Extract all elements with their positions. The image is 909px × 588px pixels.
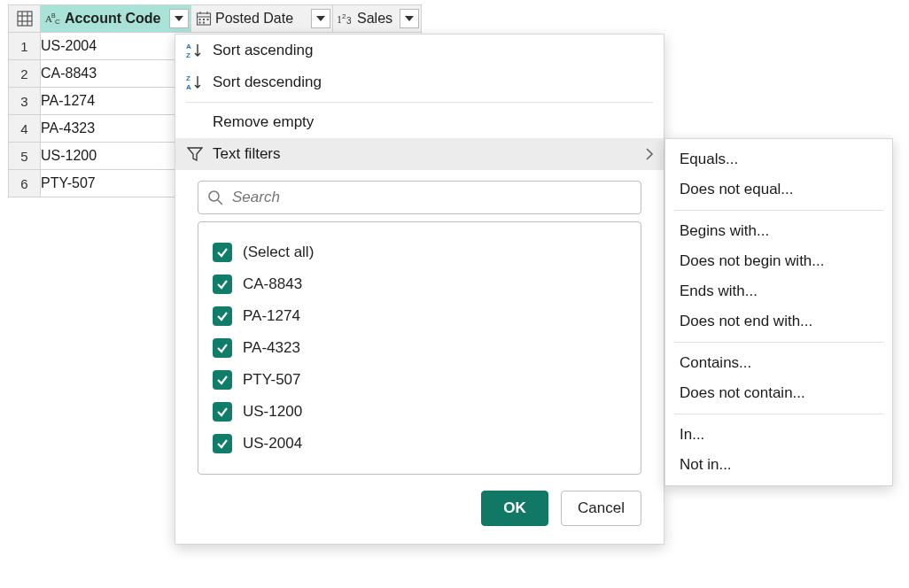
filter-value-item[interactable]: PA-4323 [213, 332, 626, 364]
ok-button[interactable]: OK [481, 491, 548, 526]
sort-ascending-icon: AZ [186, 42, 204, 59]
select-all-item[interactable]: (Select all) [213, 236, 626, 268]
filter-does-not-equal-item[interactable]: Does not equal... [665, 174, 892, 205]
svg-rect-16 [203, 22, 205, 24]
checkbox-checked-icon [213, 243, 232, 262]
filter-search-box[interactable] [198, 181, 641, 214]
menu-separator [186, 102, 653, 103]
filter-values-list: (Select all) CA-8843 PA-1274 PA-4323 PTY… [198, 221, 641, 475]
checkbox-label: PTY-507 [243, 371, 301, 389]
svg-line-25 [218, 200, 222, 205]
svg-text:Z: Z [186, 74, 190, 82]
filter-in-item[interactable]: In... [665, 420, 892, 450]
number-type-icon: 123 [336, 11, 355, 27]
svg-rect-14 [207, 19, 209, 20]
text-type-icon: ABC [43, 11, 63, 27]
checkbox-checked-icon [213, 275, 232, 294]
svg-text:C: C [55, 18, 60, 26]
menu-label: Sort ascending [213, 42, 653, 59]
column-label: Account Code [65, 11, 167, 27]
filter-equals-item[interactable]: Equals... [665, 144, 892, 174]
checkbox-label: US-2004 [243, 435, 302, 453]
menu-label: Sort descending [213, 74, 653, 91]
row-number: 6 [9, 170, 41, 197]
menu-label: Text filters [213, 145, 637, 163]
filter-does-not-contain-item[interactable]: Does not contain... [665, 378, 892, 408]
column-label: Sales [357, 11, 398, 27]
table-icon [17, 11, 33, 27]
filter-value-item[interactable]: US-2004 [213, 428, 626, 460]
filter-value-item[interactable]: CA-8843 [213, 268, 626, 300]
filter-value-item[interactable]: PA-1274 [213, 300, 626, 332]
filter-value-item[interactable]: US-1200 [213, 396, 626, 428]
checkbox-checked-icon [213, 338, 232, 358]
column-filter-button[interactable] [311, 9, 330, 28]
table-corner-button[interactable] [9, 5, 41, 33]
checkbox-label: PA-4323 [243, 339, 300, 357]
row-number: 1 [9, 33, 41, 60]
checkbox-checked-icon [213, 434, 232, 453]
search-icon [207, 190, 223, 205]
filter-does-not-begin-with-item[interactable]: Does not begin with... [665, 246, 892, 276]
checkbox-checked-icon [213, 402, 232, 422]
column-filter-button[interactable] [169, 9, 189, 28]
text-filters-submenu: Equals... Does not equal... Begins with.… [664, 138, 893, 486]
checkbox-label: US-1200 [243, 403, 302, 421]
column-header-posted-date[interactable]: Posted Date [191, 5, 333, 33]
filter-not-in-item[interactable]: Not in... [665, 450, 892, 480]
checkbox-label: (Select all) [243, 244, 314, 261]
menu-label: Remove empty [213, 113, 653, 131]
remove-empty-item[interactable]: Remove empty [175, 106, 664, 138]
text-filters-item[interactable]: Text filters [175, 138, 664, 170]
filter-icon [186, 146, 204, 162]
sort-descending-item[interactable]: ZA Sort descending [175, 66, 664, 98]
chevron-right-icon [646, 148, 653, 160]
checkbox-label: PA-1274 [243, 307, 300, 325]
sort-descending-icon: ZA [186, 74, 204, 91]
filter-value-item[interactable]: PTY-507 [213, 364, 626, 396]
chevron-down-icon [316, 16, 325, 21]
column-header-account-code[interactable]: ABC Account Code [41, 5, 191, 33]
svg-rect-15 [199, 22, 201, 24]
column-filter-dropdown: AZ Sort ascending ZA Sort descending Rem… [175, 34, 664, 545]
svg-rect-0 [18, 12, 32, 26]
row-number: 5 [9, 143, 41, 170]
filter-ends-with-item[interactable]: Ends with... [665, 276, 892, 306]
svg-rect-12 [199, 19, 201, 20]
checkbox-checked-icon [213, 306, 232, 326]
filter-does-not-end-with-item[interactable]: Does not end with... [665, 306, 892, 337]
svg-rect-13 [203, 19, 205, 20]
filter-begins-with-item[interactable]: Begins with... [665, 216, 892, 246]
checkbox-checked-icon [213, 370, 232, 390]
menu-separator [674, 210, 883, 211]
cancel-button[interactable]: Cancel [561, 491, 641, 526]
svg-text:3: 3 [346, 16, 352, 26]
svg-text:A: A [186, 43, 191, 50]
column-header-sales[interactable]: 123 Sales [333, 5, 422, 33]
menu-separator [674, 342, 883, 343]
sort-ascending-item[interactable]: AZ Sort ascending [175, 35, 664, 66]
chevron-down-icon [405, 16, 414, 21]
column-label: Posted Date [215, 11, 309, 27]
row-number: 4 [9, 115, 41, 143]
row-number: 2 [9, 60, 41, 88]
chevron-down-icon [175, 16, 183, 21]
svg-text:A: A [186, 83, 191, 91]
date-type-icon [194, 11, 214, 27]
checkbox-label: CA-8843 [243, 275, 302, 293]
filter-contains-item[interactable]: Contains... [665, 348, 892, 378]
search-input[interactable] [230, 188, 632, 207]
column-filter-button[interactable] [400, 9, 419, 28]
svg-text:Z: Z [186, 51, 190, 59]
row-number: 3 [9, 88, 41, 115]
svg-point-24 [209, 191, 219, 201]
menu-separator [674, 414, 883, 414]
